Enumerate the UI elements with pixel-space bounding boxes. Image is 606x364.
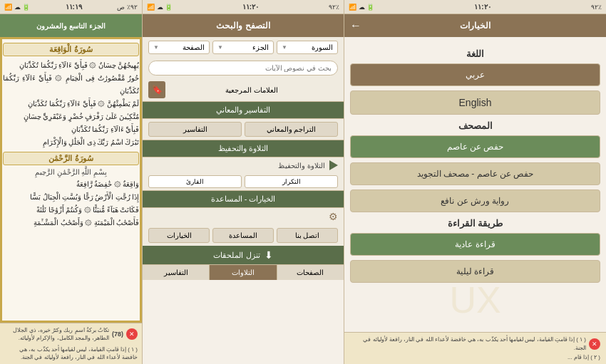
right-footer: ✕ ( ١ ) إذا قامتِ القيامة، ليس لقيامها أ… [344, 332, 606, 364]
recitation-label: التلاوة والتحفيظ [218, 144, 268, 152]
mushaf-option-1[interactable]: حفص عن عاصم - مصحف التجويد [350, 162, 600, 185]
settings-help-label: الخيارات - المساعدة [211, 194, 276, 203]
download-section: ⬇ تنزل الملحقات [143, 246, 344, 264]
tab-tafaseer-label: التفاسير [164, 269, 188, 276]
mushaf-option-2-label: رواية ورش عن نافع [441, 196, 509, 206]
left-status-icons: 📶 ☁ 🔋 [4, 4, 30, 11]
search-row [143, 58, 344, 78]
language-section-title: اللغة [350, 48, 600, 59]
right-status-icons: 📶 ☁ 🔋 [349, 4, 374, 11]
download-label: تنزل الملحقات [213, 251, 260, 260]
surah-selector[interactable]: السورة ▼ [277, 41, 338, 54]
left-header: الجزء التاسع والعشرون [0, 14, 142, 37]
back-icon[interactable]: ← [350, 19, 361, 32]
mushaf-option-0-label: حفص عن عاصم [447, 142, 504, 152]
right-battery: ٩٢٪ [591, 4, 602, 11]
middle-header: التصفح والبحث [143, 14, 344, 37]
left-footer: ✕ (78) تكاتُ بركةُ اسمِ ربك وكثرُ خيره، … [0, 323, 142, 364]
juz-chevron-icon: ▼ [217, 44, 223, 51]
left-battery: ٩٢٪ [127, 4, 138, 11]
tafaseer-buttons: التراجم والمعاني التفاسير [143, 119, 344, 140]
left-footer2: ( ١ ) إذا قامتِ القيامة، ليس لقيامها أحد… [4, 344, 138, 361]
right-close-icon[interactable]: ✕ [589, 338, 600, 350]
tikrar-btn[interactable]: التكرار [245, 175, 338, 188]
reading-option-0-label: قراءة عادية [455, 239, 495, 249]
right-footer-row: ✕ ( ١ ) إذا قامتِ القيامة، ليس لقيامها أ… [350, 336, 600, 351]
surah-rahmah-title: سُورَةُ الرَّحْمَٰن [3, 152, 139, 165]
middle-battery: ٩٢٪ [329, 4, 339, 11]
basmala-text: بِسْمِ اللَّهِ الرَّحْمَٰنِ الرَّحِيمِ [3, 168, 139, 176]
help-buttons: اتصل بنا المساعدة الخيارات [143, 225, 344, 246]
right-header: ← الخيارات [344, 14, 606, 37]
mushaf-option-1-label: حفص عن عاصم - مصحف التجويد [417, 169, 534, 179]
tafaseer-section-label: التفاسير والمعاني [216, 105, 270, 114]
right-panel: 📶 ☁ 🔋 ١١:٢٠ ٩٢٪ ← الخيارات اللغة عربي En… [344, 0, 606, 364]
middle-status-time: ١١:٢٠ [242, 3, 259, 11]
tab-tafaseer[interactable]: التفاسير [143, 265, 210, 280]
bookmark-icon[interactable]: 🔖 [148, 81, 165, 98]
left-page-label: ص [117, 4, 125, 11]
help-btn[interactable]: المساعدة [212, 228, 274, 243]
qari-btn[interactable]: القارئ [148, 175, 242, 188]
page-selector-label: الصفحة [183, 43, 205, 51]
recitation-section-label: التلاوة والتحفيظ [278, 162, 325, 170]
left-panel: 📶 ☁ 🔋 ١١:١٩ ٩٢٪ ص الجزء التاسع والعشرون … [0, 0, 143, 364]
surah-chevron-icon: ▼ [282, 44, 287, 51]
tab-safhat[interactable]: الصفحات [277, 265, 344, 280]
left-quran-content: سُورَةُ الْوَاقِعَة يُهِيجُهُنَّ حِسَانٌ… [0, 37, 142, 323]
left-header-title: الجزء التاسع والعشرون [36, 22, 106, 30]
selector-row: السورة ▼ الجزء ▼ الصفحة ▼ [143, 37, 344, 58]
search-input[interactable] [148, 61, 338, 76]
mushaf-option-2[interactable]: رواية ورش عن نافع [350, 189, 600, 212]
right-footer-text: ( ١ ) إذا قامتِ القيامة، ليس لقيامها أحد… [350, 336, 586, 351]
left-quran-text: يُهِيجُهُنَّ حِسَانٌ ۞ فَبِأَيِّ ءَالَآء… [3, 59, 139, 149]
tab-safhat-label: الصفحات [297, 269, 324, 276]
mushaf-option-0[interactable]: حفص عن عاصم [350, 135, 600, 158]
english-option[interactable]: English [350, 90, 600, 115]
middle-status-bar: 📶 ☁ 🔋 ١١:٢٠ ٩٢٪ [143, 0, 344, 14]
reading-style-title: طريقة القراءة [350, 218, 600, 229]
contact-btn[interactable]: اتصل بنا [277, 228, 338, 243]
arabic-option[interactable]: عربي [350, 63, 600, 86]
tarajem-btn[interactable]: التراجم والمعاني [245, 122, 338, 137]
play-row: التلاوة والتحفيظ [143, 157, 344, 173]
close-icon-badge[interactable]: ✕ [126, 328, 138, 340]
middle-panel: 📶 ☁ 🔋 ١١:٢٠ ٩٢٪ التصفح والبحث السورة ▼ ا… [143, 0, 344, 364]
gear-icon: ⚙ [329, 211, 338, 222]
reading-option-1-label: قراءة ليلية [456, 266, 494, 276]
right-footer-text2: ( ٢ ) إذا قام ... [350, 353, 600, 361]
juz-selector[interactable]: الجزء ▼ [212, 41, 274, 54]
page-selector[interactable]: الصفحة ▼ [148, 41, 210, 54]
play-icon[interactable] [329, 160, 338, 170]
left-status-right: ٩٢٪ ص [117, 4, 138, 11]
middle-tab-bar: التفاسير التلاوات الصفحات [143, 264, 344, 280]
settings-content: اللغة عربي English المصحف حفص عن عاصم حف… [344, 37, 606, 332]
reading-option-0[interactable]: قراءة عادية [350, 233, 600, 256]
reciter-row: التكرار القارئ [143, 173, 344, 190]
right-status-time: ١١:٢٠ [474, 3, 491, 11]
bookmark-row: 🔖 العلامات المرجعية [143, 78, 344, 101]
mushaf-section-title: المصحف [350, 120, 600, 131]
middle-header-title: التصفح والبحث [216, 21, 269, 31]
tab-tilawat[interactable]: التلاوات [210, 265, 277, 280]
page-chevron-icon: ▼ [153, 44, 159, 51]
right-status-bar: 📶 ☁ 🔋 ١١:٢٠ ٩٢٪ [344, 0, 606, 14]
right-header-title: الخيارات [460, 21, 491, 31]
tafaseer-btn[interactable]: التفاسير [148, 122, 242, 137]
recitation-section: التلاوة والتحفيظ [143, 140, 344, 157]
tab-tilawat-label: التلاوات [232, 269, 255, 276]
juz-selector-label: الجزء [252, 43, 269, 51]
left-footer-row1: ✕ (78) تكاتُ بركةُ اسمِ ربك وكثرُ خيره، … [4, 326, 138, 342]
gear-icon-row: ⚙ [143, 208, 344, 225]
left-footer-note: تكاتُ بركةُ اسمِ ربك وكثرُ خيره، ذي الجل… [4, 326, 109, 342]
reading-option-1[interactable]: قراءة ليلية [350, 260, 600, 283]
surah-selector-label: السورة [312, 43, 333, 51]
download-icon: ⬇ [265, 249, 273, 261]
bookmark-label: العلامات المرجعية [165, 86, 338, 94]
left-quran-text2: وَاقِعَةٌ ۞ خَٰفِضَةٌ رَّافِعَةٌ إِذَا ر… [3, 178, 139, 229]
settings-help-section: الخيارات - المساعدة [143, 191, 344, 208]
options-btn[interactable]: الخيارات [148, 228, 210, 243]
surah-title: سُورَةُ الْوَاقِعَة [3, 43, 139, 56]
middle-status-icons: 📶 ☁ 🔋 [147, 4, 173, 11]
left-status-bar: 📶 ☁ 🔋 ١١:١٩ ٩٢٪ ص [0, 0, 142, 14]
